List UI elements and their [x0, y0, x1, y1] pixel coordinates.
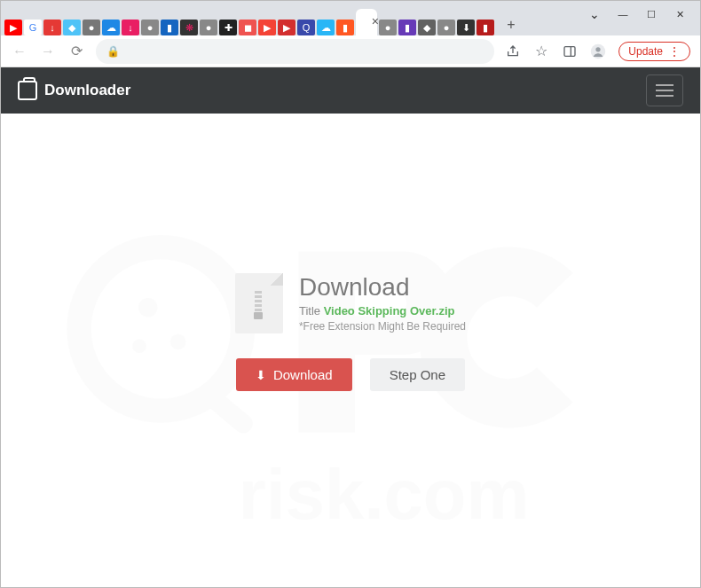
address-actions: ☆ Update ⋮	[505, 42, 690, 61]
share-icon[interactable]	[505, 43, 521, 59]
download-heading: Download	[299, 273, 466, 302]
browser-tab[interactable]: ▮	[336, 20, 354, 35]
browser-tab[interactable]: ▮	[161, 20, 178, 35]
svg-text:risk.com: risk.com	[239, 454, 530, 533]
browser-tab[interactable]	[356, 9, 377, 35]
browser-tab[interactable]: ◆	[418, 20, 436, 35]
browser-tab[interactable]: ●	[437, 20, 455, 35]
download-button[interactable]: Download	[236, 358, 352, 391]
button-row: Download Step One	[236, 358, 465, 391]
camera-icon	[18, 81, 37, 100]
main-content: Download Title Video Skipping Over.zip *…	[0, 114, 701, 391]
step-button-label: Step One	[390, 367, 445, 382]
lock-icon: 🔒	[106, 45, 120, 58]
close-window-button[interactable]: ✕	[666, 2, 694, 27]
address-bar: ← → ⟳ 🔒 ☆ Update ⋮	[0, 35, 701, 67]
reload-button[interactable]: ⟳	[67, 43, 85, 60]
browser-tab[interactable]: ↓	[43, 20, 61, 35]
browser-tab[interactable]: ●	[200, 20, 217, 35]
maximize-button[interactable]: ☐	[637, 2, 666, 27]
forward-button[interactable]: →	[39, 43, 57, 60]
minimize-button[interactable]: —	[609, 2, 637, 27]
browser-tab[interactable]: ☁	[317, 20, 335, 35]
download-note: *Free Extension Might Be Required	[299, 320, 466, 333]
bookmark-icon[interactable]: ☆	[533, 43, 549, 59]
back-button[interactable]: ←	[11, 43, 28, 60]
browser-tab[interactable]: ◼	[239, 20, 256, 35]
update-button[interactable]: Update ⋮	[618, 42, 690, 61]
browser-tab[interactable]: Q	[297, 20, 315, 35]
browser-tab[interactable]: ☁	[102, 20, 120, 35]
download-text-block: Download Title Video Skipping Over.zip *…	[299, 273, 466, 333]
browser-tab[interactable]: ●	[379, 20, 397, 35]
svg-rect-0	[564, 46, 575, 56]
brand-label: Downloader	[44, 82, 130, 99]
new-tab-button[interactable]: +	[500, 14, 522, 35]
update-label: Update	[628, 45, 663, 58]
browser-tab[interactable]: ▶	[258, 20, 276, 35]
hamburger-menu-button[interactable]	[646, 74, 683, 106]
browser-tab[interactable]: ▶	[278, 20, 295, 35]
brand[interactable]: Downloader	[18, 81, 130, 100]
svg-rect-8	[205, 388, 256, 436]
zip-file-icon	[235, 273, 283, 333]
browser-tab[interactable]: ❋	[180, 20, 198, 35]
profile-icon[interactable]	[590, 43, 606, 59]
browser-tab[interactable]: ⬇	[457, 20, 475, 35]
browser-tab[interactable]: ✚	[219, 20, 237, 35]
browser-tab[interactable]: ●	[141, 20, 159, 35]
browser-tab[interactable]: ▮	[398, 20, 416, 35]
browser-tab[interactable]: ▮	[477, 20, 494, 35]
browser-tab[interactable]: G	[24, 20, 42, 35]
menu-dots-icon: ⋮	[668, 45, 681, 58]
window-controls: ⌄ — ☐ ✕	[580, 0, 701, 28]
sidepanel-icon[interactable]	[562, 43, 578, 59]
download-filename: Video Skipping Over.zip	[324, 304, 455, 318]
browser-tab[interactable]: ◆	[63, 20, 81, 35]
window-dropdown-button[interactable]: ⌄	[580, 2, 609, 27]
page-content: Downloader risk.com Download	[0, 67, 701, 588]
site-navbar: Downloader	[0, 67, 701, 114]
download-button-label: Download	[273, 367, 333, 382]
step-one-button[interactable]: Step One	[370, 358, 465, 391]
title-label: Title	[299, 304, 324, 318]
download-title-line: Title Video Skipping Over.zip	[299, 304, 466, 318]
browser-tab[interactable]: ▶	[4, 20, 22, 35]
download-info-row: Download Title Video Skipping Over.zip *…	[235, 273, 466, 333]
svg-point-3	[596, 47, 601, 51]
url-input[interactable]: 🔒	[96, 39, 494, 64]
browser-tab[interactable]: ●	[83, 20, 100, 35]
browser-tab[interactable]: ↓	[122, 20, 139, 35]
